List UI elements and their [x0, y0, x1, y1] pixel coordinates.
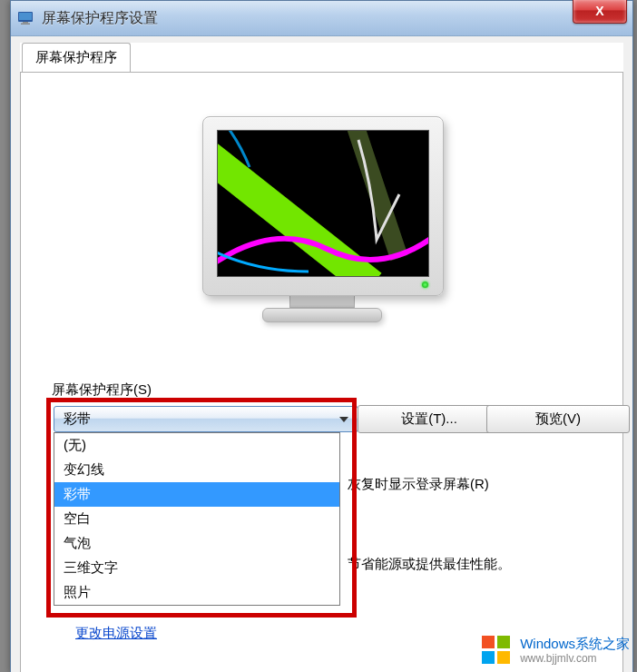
dropdown-item-bubbles[interactable]: 气泡: [54, 531, 339, 556]
dialog-window: 屏幕保护程序设置 X 屏幕保护程序: [10, 0, 633, 672]
svg-rect-8: [497, 651, 510, 664]
settings-button-label: 设置(T)...: [401, 410, 457, 428]
windows-logo-icon: [480, 634, 513, 667]
svg-rect-5: [482, 636, 495, 648]
combobox-selected-text: 彩带: [64, 410, 91, 428]
tab-screensaver[interactable]: 屏幕保护程序: [22, 43, 131, 72]
settings-button[interactable]: 设置(T)...: [358, 405, 501, 433]
watermark-text: Windows系统之家 www.bjjmlv.com: [520, 636, 630, 665]
watermark: Windows系统之家 www.bjjmlv.com: [480, 634, 630, 667]
close-button[interactable]: X: [573, 0, 627, 24]
dropdown-item-photos[interactable]: 照片: [54, 580, 339, 605]
monitor-screen: [217, 130, 429, 277]
tab-label: 屏幕保护程序: [35, 49, 117, 64]
dropdown-item-none[interactable]: (无): [54, 433, 339, 458]
dropdown-item-blank[interactable]: 空白: [54, 507, 339, 531]
svg-rect-7: [482, 651, 495, 664]
monitor-base: [262, 308, 382, 322]
watermark-line2: www.bjjmlv.com: [520, 652, 630, 665]
titlebar[interactable]: 屏幕保护程序设置 X: [11, 1, 632, 36]
chevron-down-icon: [339, 417, 348, 422]
svg-rect-2: [23, 22, 28, 24]
svg-rect-6: [497, 636, 510, 648]
dropdown-item-3dtext[interactable]: 三维文字: [54, 556, 339, 580]
section-label-screensaver: 屏幕保护程序(S): [52, 381, 152, 399]
monitor-frame: [202, 116, 444, 296]
svg-rect-3: [21, 24, 30, 25]
power-text-partial: 节省能源或提供最佳性能。: [348, 556, 511, 573]
monitor-led-icon: [422, 282, 428, 288]
monitor-preview: [202, 116, 442, 321]
dropdown-item-mystify[interactable]: 变幻线: [54, 458, 339, 482]
change-power-settings-link[interactable]: 更改电源设置: [75, 625, 157, 642]
window-title: 屏幕保护程序设置: [42, 9, 158, 28]
screensaver-dropdown-list: (无) 变幻线 彩带 空白 气泡 三维文字 照片: [54, 432, 340, 606]
tab-panel: 屏幕保护程序(S) 彩带 (无) 变幻线 彩带 空白 气泡 三维文字 照片 设置…: [20, 72, 623, 672]
svg-rect-1: [19, 13, 32, 20]
app-icon: [18, 10, 34, 26]
resume-text-partial: 灰复时显示登录屏幕(R): [348, 476, 489, 493]
screensaver-combobox[interactable]: 彩带: [54, 406, 358, 432]
close-icon: X: [595, 4, 603, 18]
watermark-line1: Windows系统之家: [520, 636, 630, 652]
dropdown-item-ribbons[interactable]: 彩带: [54, 482, 339, 507]
preview-button-label: 预览(V): [535, 410, 581, 428]
client-area: 屏幕保护程序: [20, 43, 623, 672]
monitor-stand: [289, 296, 355, 308]
preview-button[interactable]: 预览(V): [486, 405, 630, 433]
